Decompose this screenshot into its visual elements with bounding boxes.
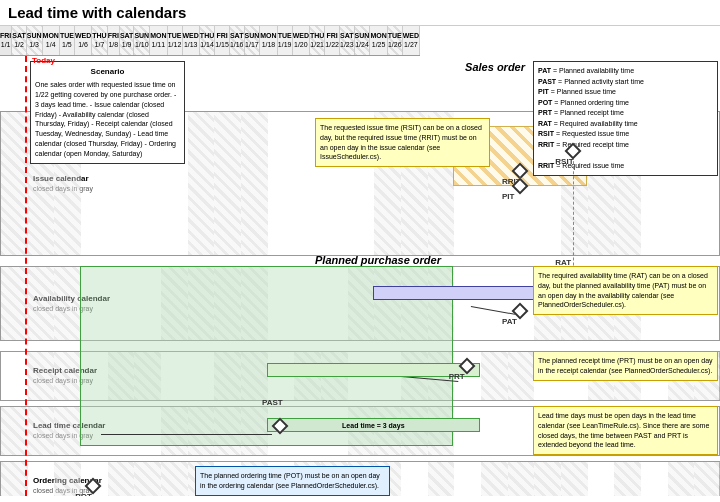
diamond-label: PRT	[449, 372, 465, 381]
closed-day-stripe	[614, 462, 641, 496]
closed-day-stripe	[1, 462, 28, 496]
diamond-marker: PAST	[272, 418, 288, 434]
rsit-note: The requested issue time (RSIT) can be o…	[315, 118, 490, 167]
page-title: Lead time with calendars	[0, 0, 720, 26]
day-cell-1-22: FRI1/22	[325, 26, 340, 55]
closed-day-stripe	[534, 462, 561, 496]
closed-day-stripe	[54, 352, 81, 400]
closed-day-stripe	[241, 112, 268, 255]
day-cell-1-1: FRI1/1	[0, 26, 12, 55]
day-cell-1-7: THU1/7	[92, 26, 107, 55]
closed-day-stripe	[28, 352, 55, 400]
scenario-title: Scenario	[35, 66, 180, 77]
diamond-marker: RSIT	[565, 143, 581, 159]
closed-day-stripe	[428, 462, 455, 496]
scenario-text: One sales order with requested issue tim…	[35, 80, 180, 158]
closed-day-stripe	[481, 352, 508, 400]
day-cell-1-4: MON1/4	[43, 26, 60, 55]
diamond-marker: PIT	[512, 178, 528, 194]
sales-order-label: Sales order	[465, 61, 525, 73]
closed-day-stripe	[28, 407, 55, 455]
closed-day-stripe	[214, 112, 241, 255]
day-cell-1-6: WED1/6	[75, 26, 92, 55]
day-cell-1-26: TUE1/26	[388, 26, 403, 55]
day-cell-1-25: MON1/25	[370, 26, 387, 55]
day-cell-1-5: TUE1/5	[60, 26, 75, 55]
closed-day-stripe	[134, 462, 161, 496]
diamond-marker: POT	[85, 478, 101, 494]
today-marker: Today	[25, 56, 27, 496]
day-cell-1-27: WED1/27	[403, 26, 420, 55]
day-cell-1-24: SUN1/24	[355, 26, 371, 55]
pot-note: The planned ordering time (POT) must be …	[195, 466, 390, 496]
day-cell-1-18: MON1/18	[260, 26, 277, 55]
today-label: Today	[32, 56, 55, 65]
day-cell-1-12: TUE1/12	[168, 26, 183, 55]
closed-day-stripe	[54, 462, 81, 496]
diamond-label: POT	[75, 492, 91, 496]
closed-day-stripe	[668, 462, 695, 496]
closed-day-stripe	[54, 407, 81, 455]
closed-day-stripe	[508, 462, 535, 496]
closed-day-stripe	[694, 462, 720, 496]
day-cell-1-14: THU1/14	[200, 26, 215, 55]
timeline-bar	[373, 286, 560, 300]
day-cell-1-16: SAT1/16	[230, 26, 245, 55]
closed-day-stripe	[188, 112, 215, 255]
main-container: FRI1/1SAT1/2SUN1/3MON1/4TUE1/5WED1/6THU1…	[0, 26, 720, 496]
day-cell-1-19: TUE1/19	[278, 26, 293, 55]
timeline-bar: Lead time = 3 days	[267, 418, 480, 432]
diamond-label: PAST	[262, 398, 283, 407]
day-cell-1-13: WED1/13	[183, 26, 200, 55]
closed-day-stripe	[161, 462, 188, 496]
day-cell-1-3: SUN1/3	[27, 26, 43, 55]
closed-day-stripe	[1, 112, 28, 255]
diamond-label: PAT	[502, 317, 517, 326]
closed-day-stripe	[108, 462, 135, 496]
day-cell-1-17: SUN1/17	[245, 26, 261, 55]
diamond-marker: PRT	[459, 358, 475, 374]
diamond-marker: PAT	[512, 303, 528, 319]
closed-day-stripe	[561, 462, 588, 496]
scenario-box: Scenario One sales order with requested …	[30, 61, 185, 164]
closed-day-stripe	[28, 267, 55, 340]
day-cell-1-20: WED1/20	[293, 26, 310, 55]
closed-day-stripe	[1, 407, 28, 455]
day-cell-1-11: MON1/11	[150, 26, 167, 55]
diamond-label: PIT	[502, 192, 514, 201]
closed-day-stripe	[1, 267, 28, 340]
closed-day-stripe	[54, 267, 81, 340]
day-cell-1-15: FRI1/15	[215, 26, 230, 55]
day-cell-1-21: THU1/21	[310, 26, 325, 55]
day-cell-1-2: SAT1/2	[12, 26, 26, 55]
prt-note: The planned receipt time (PRT) must be o…	[533, 351, 718, 381]
day-header: FRI1/1SAT1/2SUN1/3MON1/4TUE1/5WED1/6THU1…	[0, 26, 420, 56]
connector-line	[101, 434, 272, 435]
closed-day-stripe	[508, 352, 535, 400]
ppo-label: Planned purchase order	[315, 254, 441, 266]
rat-note: The required availability time (RAT) can…	[533, 266, 718, 315]
day-cell-1-8: FRI1/8	[108, 26, 120, 55]
day-cell-1-9: SAT1/9	[120, 26, 134, 55]
lead-note: Lead time days must be open days in the …	[533, 406, 718, 455]
day-cell-1-23: SAT1/23	[340, 26, 355, 55]
day-cell-1-10: SUN1/10	[134, 26, 150, 55]
diamond-label: RSIT	[555, 157, 573, 166]
content-area: Today Scenario One sales order with requ…	[0, 56, 720, 496]
closed-day-stripe	[481, 462, 508, 496]
